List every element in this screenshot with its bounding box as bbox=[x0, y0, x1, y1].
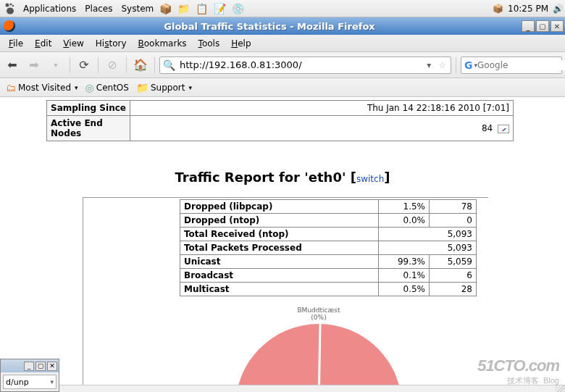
bookmark-star-icon[interactable]: ☆ bbox=[434, 60, 451, 70]
window-title: Global Traffic Statistics - Mozilla Fire… bbox=[19, 21, 520, 32]
panel-update-icon[interactable]: 📦 bbox=[493, 4, 503, 14]
reload-button[interactable]: ⟳ bbox=[75, 56, 93, 75]
close-button[interactable]: ✕ bbox=[47, 362, 57, 371]
stat-count: 5,059 bbox=[430, 255, 477, 269]
stat-count: 0 bbox=[430, 214, 477, 228]
forward-button[interactable]: ➡ bbox=[25, 56, 43, 75]
firefox-toolbar: ⬅ ➡ ▾ ⟳ ⊘ 🏠 🔍 ▾ ☆ G ▾ 🔍 bbox=[0, 52, 565, 78]
bookmark-label: Most Visited bbox=[18, 83, 71, 93]
stats-table: Dropped (libpcap)1.5%78Dropped (ntop)0.0… bbox=[180, 199, 477, 296]
gnome-menu-places[interactable]: Places bbox=[80, 4, 117, 14]
window-titlebar: Global Traffic Statistics - Mozilla Fire… bbox=[0, 17, 565, 35]
launcher-icon[interactable]: 📦 bbox=[159, 3, 172, 14]
google-icon[interactable]: G bbox=[461, 59, 474, 71]
stat-percent: 0.1% bbox=[379, 269, 430, 283]
svg-point-0 bbox=[6, 3, 9, 7]
back-history-dropdown[interactable]: ▾ bbox=[46, 56, 65, 75]
active-nodes-label: Active End Nodes bbox=[47, 116, 130, 141]
svg-point-1 bbox=[10, 3, 12, 5]
minimize-button[interactable]: _ bbox=[24, 362, 34, 371]
active-nodes-value: 84 bbox=[130, 116, 514, 141]
status-bar bbox=[0, 385, 565, 392]
table-row: Dropped (libpcap)1.5%78 bbox=[180, 200, 477, 214]
stop-button[interactable]: ⊘ bbox=[103, 56, 122, 75]
url-input[interactable] bbox=[178, 58, 424, 72]
maximize-button[interactable]: ▢ bbox=[35, 362, 46, 371]
stat-label: Multicast bbox=[180, 283, 379, 296]
svg-point-2 bbox=[12, 4, 14, 6]
page-content: Sampling Since Thu Jan 14 22:18:16 2010 … bbox=[0, 97, 565, 392]
stat-percent: 99.3% bbox=[379, 255, 430, 269]
launcher-icon[interactable]: 📝 bbox=[214, 3, 226, 14]
bookmark-support[interactable]: 📁 Support ▾ bbox=[133, 80, 195, 95]
menu-view[interactable]: View bbox=[57, 37, 89, 50]
launcher-icon[interactable]: 💿 bbox=[232, 3, 244, 14]
gnome-menu-applications[interactable]: Applications bbox=[19, 4, 80, 14]
stat-percent: 0.0% bbox=[379, 214, 430, 228]
folder-icon: 🗂 bbox=[6, 82, 16, 93]
menu-tools[interactable]: Tools bbox=[193, 37, 226, 50]
stat-count: 5,093 bbox=[379, 228, 477, 241]
firefox-icon bbox=[4, 20, 15, 32]
launcher-icon[interactable]: 📁 bbox=[177, 3, 190, 14]
panel-volume-icon[interactable]: 🔊 bbox=[553, 4, 564, 14]
panel-clock[interactable]: 10:25 PM bbox=[503, 4, 553, 14]
gnome-menu-system[interactable]: System bbox=[117, 4, 158, 14]
gnome-foot-icon bbox=[4, 2, 17, 15]
bookmark-most-visited[interactable]: 🗂 Most Visited ▾ bbox=[3, 80, 81, 95]
stat-count: 6 bbox=[430, 269, 477, 283]
chart-link-icon[interactable] bbox=[498, 125, 509, 133]
url-bar[interactable]: 🔍 ▾ ☆ bbox=[159, 57, 451, 74]
pie-chart: BMuddticæst (0%) bbox=[232, 307, 406, 392]
stat-count: 28 bbox=[430, 283, 477, 296]
close-button[interactable]: ✕ bbox=[551, 20, 564, 32]
bookmark-label: CentOS bbox=[96, 83, 129, 93]
back-button[interactable]: ⬅ bbox=[3, 56, 22, 75]
sampling-since-label: Sampling Since bbox=[47, 101, 130, 116]
report-heading: Traffic Report for 'eth0' [switch] bbox=[0, 170, 565, 185]
minimize-button[interactable]: _ bbox=[522, 20, 535, 32]
stat-percent: 0.5% bbox=[379, 283, 430, 296]
secondary-window: _ ▢ ✕ d/unp ▾ bbox=[0, 359, 59, 392]
home-button[interactable]: 🏠 bbox=[131, 56, 150, 75]
stat-count: 78 bbox=[430, 200, 477, 214]
watermark: 51CTO.com 技术博客 Blog bbox=[477, 356, 559, 386]
stat-count: 5,093 bbox=[379, 241, 477, 255]
stat-label: Broadcast bbox=[180, 269, 379, 283]
url-dropdown-icon[interactable]: ▾ bbox=[424, 60, 434, 70]
search-input[interactable] bbox=[477, 60, 565, 70]
menu-file[interactable]: File bbox=[3, 37, 29, 50]
secondary-titlebar: _ ▢ ✕ bbox=[1, 359, 59, 372]
launcher-icon[interactable]: 📋 bbox=[196, 3, 208, 14]
stat-label: Total Packets Processed bbox=[180, 241, 379, 255]
search-bar[interactable]: G ▾ 🔍 bbox=[461, 57, 562, 74]
menu-history[interactable]: History bbox=[90, 37, 133, 50]
svg-point-3 bbox=[7, 7, 14, 14]
stat-label: Unicast bbox=[180, 255, 379, 269]
stat-label: Dropped (ntop) bbox=[180, 214, 379, 228]
table-row: Unicast99.3%5,059 bbox=[180, 255, 477, 269]
bookmarks-toolbar: 🗂 Most Visited ▾ ◎ CentOS 📁 Support ▾ bbox=[0, 78, 565, 97]
table-row: Dropped (ntop)0.0%0 bbox=[180, 214, 477, 228]
maximize-button[interactable]: ▢ bbox=[536, 20, 549, 32]
menu-help[interactable]: Help bbox=[225, 37, 256, 50]
bookmark-centos[interactable]: ◎ CentOS bbox=[83, 80, 132, 95]
chevron-down-icon: ▾ bbox=[75, 84, 78, 91]
switch-interface-link[interactable]: switch bbox=[356, 174, 384, 184]
stat-percent: 1.5% bbox=[379, 200, 430, 214]
folder-icon: 📁 bbox=[136, 82, 148, 93]
table-row: Multicast0.5%28 bbox=[180, 283, 477, 296]
chevron-down-icon: ▾ bbox=[188, 84, 192, 91]
chevron-down-icon[interactable]: ▾ bbox=[48, 378, 56, 385]
pie-chart-label: BMuddticæst (0%) bbox=[232, 307, 406, 322]
table-row: Total Packets Processed5,093 bbox=[180, 241, 477, 255]
secondary-url-bar[interactable]: d/unp ▾ bbox=[3, 375, 56, 389]
bookmark-label: Support bbox=[151, 83, 185, 93]
menu-bookmarks[interactable]: Bookmarks bbox=[133, 37, 193, 50]
stat-label: Dropped (libpcap) bbox=[180, 200, 379, 214]
resize-grip[interactable] bbox=[555, 385, 565, 392]
search-icon: 🔍 bbox=[160, 59, 178, 71]
menu-edit[interactable]: Edit bbox=[29, 37, 57, 50]
panel-launcher-icons[interactable]: 📦 📁 📋 📝 💿 bbox=[158, 3, 245, 14]
pie-chart-graphic bbox=[235, 324, 402, 392]
